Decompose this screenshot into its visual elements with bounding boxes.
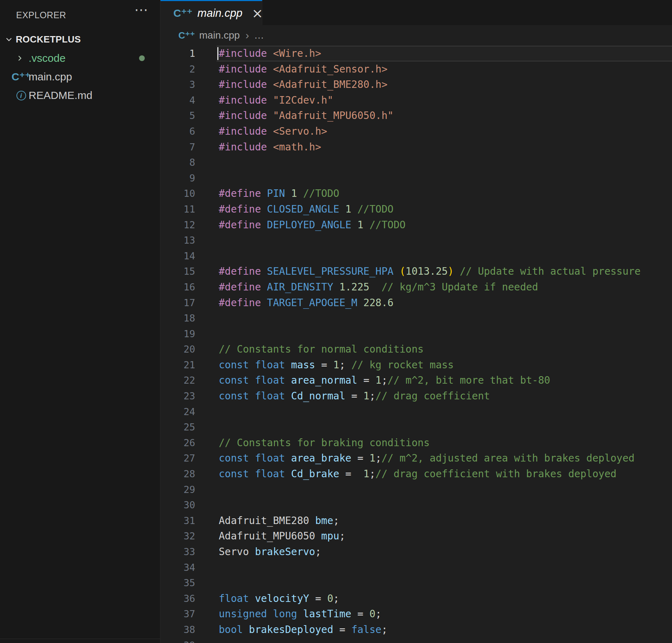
code-text: #include <Adafruit_BME280.h> (219, 77, 672, 93)
code-line[interactable]: 3#include <Adafruit_BME280.h> (160, 77, 672, 93)
line-number[interactable]: 29 (160, 482, 195, 498)
code-editor[interactable]: 1#include <Wire.h>2#include <Adafruit_Se… (160, 46, 672, 643)
code-text: unsigned long lastTime = 0; (219, 606, 672, 622)
code-line[interactable]: 9 (160, 170, 672, 186)
line-number[interactable]: 10 (160, 186, 195, 201)
line-number[interactable]: 25 (160, 419, 195, 435)
sidebar-project-row[interactable]: ROCKETPLUS (0, 30, 160, 49)
code-line[interactable]: 34 (160, 560, 672, 575)
explorer-sidebar: EXPLORER ⋯ ROCKETPLUS .vscode C⁺⁺ main.c… (0, 0, 160, 643)
line-number[interactable]: 35 (160, 575, 195, 591)
line-number[interactable]: 26 (160, 435, 195, 451)
line-number[interactable]: 15 (160, 264, 195, 279)
line-number[interactable]: 21 (160, 357, 195, 373)
code-line[interactable]: 27const float area_brake = 1;// m^2, adj… (160, 450, 672, 466)
line-number[interactable]: 30 (160, 497, 195, 513)
code-line[interactable]: 36float velocityY = 0; (160, 591, 672, 607)
code-line[interactable]: 31Adafruit_BME280 bme; (160, 513, 672, 529)
breadcrumb-file[interactable]: main.cpp (199, 30, 240, 41)
code-line[interactable]: 39 (160, 638, 672, 643)
line-number[interactable]: 31 (160, 513, 195, 529)
code-line[interactable]: 35 (160, 575, 672, 591)
code-text: #define DEPLOYED_ANGLE 1 //TODO (219, 217, 672, 233)
line-number[interactable]: 9 (160, 170, 195, 186)
cpp-file-icon: C⁺⁺ (178, 30, 195, 41)
code-text: #include <math.h> (219, 139, 672, 155)
code-line[interactable]: 21const float mass = 1; // kg rocket mas… (160, 357, 672, 373)
cpp-file-icon: C⁺⁺ (15, 71, 27, 82)
code-line[interactable]: 25 (160, 419, 672, 435)
line-number[interactable]: 36 (160, 591, 195, 607)
line-number[interactable]: 18 (160, 310, 195, 326)
code-line[interactable]: 37unsigned long lastTime = 0; (160, 606, 672, 622)
code-line[interactable]: 38bool brakesDeployed = false; (160, 622, 672, 638)
line-number[interactable]: 5 (160, 108, 195, 124)
line-number[interactable]: 32 (160, 528, 195, 544)
code-line[interactable]: 19 (160, 326, 672, 342)
line-number[interactable]: 37 (160, 606, 195, 622)
line-number[interactable]: 7 (160, 139, 195, 155)
line-number[interactable]: 34 (160, 560, 195, 575)
code-line[interactable]: 8 (160, 155, 672, 170)
code-lines: 1#include <Wire.h>2#include <Adafruit_Se… (160, 46, 672, 643)
code-line[interactable]: 23const float Cd_normal = 1;// drag coef… (160, 388, 672, 404)
code-line[interactable]: 22const float area_normal = 1;// m^2, bi… (160, 373, 672, 388)
code-line[interactable]: 11#define CLOSED_ANGLE 1 //TODO (160, 201, 672, 217)
line-number[interactable]: 39 (160, 638, 195, 643)
line-number[interactable]: 11 (160, 201, 195, 217)
code-line[interactable]: 7#include <math.h> (160, 139, 672, 155)
line-number[interactable]: 4 (160, 93, 195, 108)
sidebar-item-vscode[interactable]: .vscode (0, 49, 160, 68)
breadcrumb-symbol-ellipsis[interactable]: … (254, 30, 264, 41)
code-line[interactable]: 26// Constants for braking conditions (160, 435, 672, 451)
code-line[interactable]: 10#define PIN 1 //TODO (160, 186, 672, 201)
line-number[interactable]: 28 (160, 466, 195, 482)
sidebar-item-readme-md[interactable]: i README.md (0, 86, 160, 105)
line-number[interactable]: 19 (160, 326, 195, 342)
code-text: #define SEALEVEL_PRESSURE_HPA (1013.25) … (219, 264, 672, 279)
code-line[interactable]: 1#include <Wire.h> (160, 46, 672, 61)
code-line[interactable]: 28const float Cd_brake = 1;// drag coeff… (160, 466, 672, 482)
line-number[interactable]: 24 (160, 404, 195, 420)
line-number[interactable]: 38 (160, 622, 195, 638)
tab-main-cpp[interactable]: C⁺⁺ main.cpp × (160, 0, 262, 25)
sidebar-item-main-cpp[interactable]: C⁺⁺ main.cpp (0, 68, 160, 86)
code-line[interactable]: 24 (160, 404, 672, 420)
line-number[interactable]: 13 (160, 233, 195, 248)
code-line[interactable]: 29 (160, 482, 672, 498)
code-line[interactable]: 20// Constants for normal conditions (160, 342, 672, 357)
code-line[interactable]: 15#define SEALEVEL_PRESSURE_HPA (1013.25… (160, 264, 672, 279)
line-number[interactable]: 33 (160, 544, 195, 560)
code-line[interactable]: 14 (160, 248, 672, 264)
code-line[interactable]: 18 (160, 310, 672, 326)
line-number[interactable]: 6 (160, 124, 195, 139)
code-line[interactable]: 33Servo brakeServo; (160, 544, 672, 560)
line-number[interactable]: 16 (160, 279, 195, 295)
code-line[interactable]: 5#include "Adafruit_MPU6050.h" (160, 108, 672, 124)
breadcrumb[interactable]: C⁺⁺ main.cpp › … (160, 25, 672, 46)
code-line[interactable]: 16#define AIR_DENSITY 1.225 // kg/m^3 Up… (160, 279, 672, 295)
code-line[interactable]: 30 (160, 497, 672, 513)
line-number[interactable]: 8 (160, 155, 195, 170)
close-icon[interactable]: × (252, 6, 263, 20)
explorer-actions-icon[interactable]: ⋯ (134, 3, 148, 16)
code-text: #define TARGET_APOGEE_M 228.6 (219, 295, 672, 311)
code-line[interactable]: 6#include <Servo.h> (160, 124, 672, 139)
code-line[interactable]: 12#define DEPLOYED_ANGLE 1 //TODO (160, 217, 672, 233)
code-line[interactable]: 4#include "I2Cdev.h" (160, 93, 672, 108)
line-number[interactable]: 22 (160, 373, 195, 388)
line-number[interactable]: 17 (160, 295, 195, 311)
line-number[interactable]: 20 (160, 342, 195, 357)
line-number[interactable]: 12 (160, 217, 195, 233)
sidebar-section-outline[interactable]: OUTLINE (0, 640, 160, 643)
line-number[interactable]: 3 (160, 77, 195, 93)
code-line[interactable]: 13 (160, 233, 672, 248)
code-line[interactable]: 2#include <Adafruit_Sensor.h> (160, 61, 672, 77)
line-number[interactable]: 27 (160, 450, 195, 466)
code-line[interactable]: 17#define TARGET_APOGEE_M 228.6 (160, 295, 672, 311)
line-number[interactable]: 2 (160, 61, 195, 77)
line-number[interactable]: 1 (160, 46, 195, 61)
line-number[interactable]: 23 (160, 388, 195, 404)
line-number[interactable]: 14 (160, 248, 195, 264)
code-line[interactable]: 32Adafruit_MPU6050 mpu; (160, 528, 672, 544)
